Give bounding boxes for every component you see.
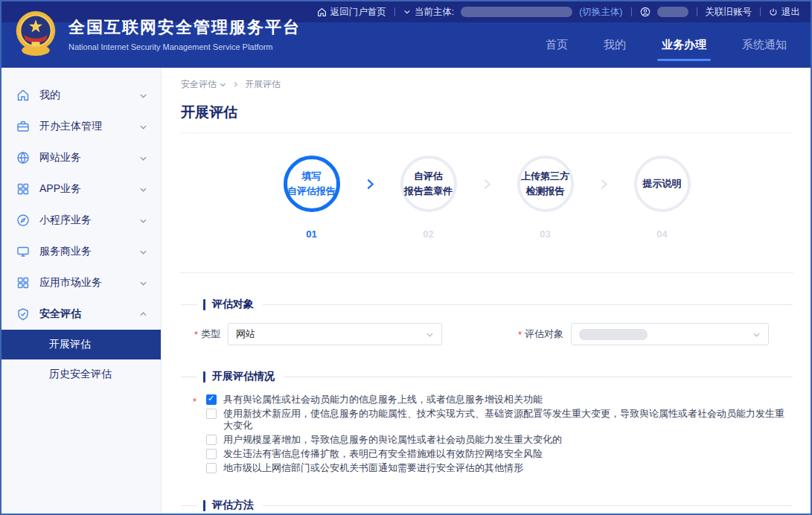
assessment-stepper: 填写 自评估报告 01 自评估 报告盖章件 02 上传第三方 <box>181 156 793 240</box>
chevron-right-icon <box>598 178 610 191</box>
step-label-line2: 自评估报告 <box>287 184 336 199</box>
checkbox-unchecked-icon[interactable] <box>206 409 217 419</box>
step-2-stamped-report: 自评估 报告盖章件 02 <box>393 156 464 240</box>
checkbox-label: 用户规模显著增加，导致信息服务的舆论属性或者社会动员能力发生重大变化的 <box>223 434 562 446</box>
type-label: 类型 <box>201 327 220 341</box>
checkbox-checked-icon[interactable] <box>206 394 217 405</box>
chevron-down-icon <box>139 92 147 100</box>
brand-titles: 全国互联网安全管理服务平台 National Internet Security… <box>68 16 301 51</box>
chevron-down-icon <box>139 123 147 131</box>
checkbox-option-5[interactable]: 地市级以上网信部门或公安机关书面通知需要进行安全评估的其他情形 <box>206 462 793 474</box>
sidebar-item-app-business[interactable]: APP业务 <box>1 173 161 205</box>
checkbox-option-4[interactable]: 发生违法有害信息传播扩散，表明已有安全措施难以有效防控网络安全风险 <box>206 448 793 460</box>
sidebar-item-provider-business[interactable]: 服务商业务 <box>1 236 161 267</box>
redacted-current-subject <box>461 7 572 17</box>
checkbox-unchecked-icon[interactable] <box>206 463 217 473</box>
section-header-method: 评估方法 <box>181 499 793 512</box>
nav-tab-notifications[interactable]: 系统通知 <box>741 31 788 60</box>
current-subject[interactable]: 当前主体: (切换主体) <box>403 6 623 19</box>
section-accent-bar <box>203 371 205 383</box>
logout-label: 退出 <box>781 6 800 19</box>
checkbox-option-2[interactable]: 使用新技术新应用，使信息服务的功能属性、技术实现方式、基础资源配置等发生重大变更… <box>206 408 793 432</box>
sidebar-subitem-history-assessment[interactable]: 历史安全评估 <box>1 359 161 389</box>
checkbox-label: 具有舆论属性或社会动员能力的信息服务上线，或者信息服务增设相关功能 <box>223 394 543 406</box>
sidebar-item-security-assessment[interactable]: 安全评估 <box>1 298 161 330</box>
step-circle: 提示说明 <box>634 156 691 212</box>
target-select[interactable] <box>571 323 769 345</box>
header: 返回门户首页 当前主体: (切换主体) 关联旧账号 退出 <box>1 1 811 68</box>
briefcase-icon <box>16 120 30 133</box>
sidebar-item-label: 网站业务 <box>39 151 139 164</box>
step-circle: 自评估 报告盖章件 <box>400 156 457 212</box>
return-portal-home-label: 返回门户首页 <box>330 6 386 19</box>
breadcrumb-level2-label: 开展评估 <box>245 78 281 91</box>
redacted-target-value <box>579 329 648 340</box>
checkbox-label: 发生违法有害信息传播扩散，表明已有安全措施难以有效防控网络安全风险 <box>223 448 543 460</box>
checkbox-option-3[interactable]: 用户规模显著增加，导致信息服务的舆论属性或者社会动员能力发生重大变化的 <box>206 434 793 446</box>
assessment-object-row: * 类型 网站 * 评估对象 <box>181 323 793 345</box>
target-pair: * 评估对象 <box>518 323 769 345</box>
link-old-account-label: 关联旧账号 <box>706 6 752 19</box>
step-1-fill-self-assessment: 填写 自评估报告 01 <box>276 156 348 240</box>
checkbox-label: 使用新技术新应用，使信息服务的功能属性、技术实现方式、基础资源配置等发生重大变更… <box>223 408 793 432</box>
sidebar-item-mine[interactable]: 我的 <box>1 80 161 111</box>
chevron-down-icon <box>426 330 434 339</box>
separator <box>631 7 632 16</box>
chevron-right-icon <box>481 178 493 191</box>
sidebar-item-label: 开办主体管理 <box>39 120 139 133</box>
chevron-down-icon <box>139 248 147 256</box>
grid-icon <box>16 182 30 196</box>
sidebar-item-miniprogram-business[interactable]: 小程序业务 <box>1 205 161 236</box>
logout-button[interactable]: 退出 <box>769 6 800 19</box>
target-label: 评估对象 <box>525 327 563 341</box>
chevron-right-icon <box>364 178 377 191</box>
checkbox-unchecked-icon[interactable] <box>206 435 217 445</box>
sidebar-item-subject-management[interactable]: 开办主体管理 <box>1 111 161 142</box>
required-mark: * <box>194 329 198 340</box>
step-label-line2: 检测报告 <box>526 184 565 199</box>
sidebar-item-label: APP业务 <box>39 182 139 196</box>
chevron-down-icon <box>220 81 226 88</box>
chevron-down-icon <box>403 8 411 16</box>
platform-title-en: National Internet Security Management Se… <box>68 42 301 51</box>
chevron-down-icon <box>139 154 147 162</box>
divider <box>181 377 197 377</box>
compass-icon <box>16 214 30 227</box>
breadcrumb: 安全评估 开展评估 <box>181 78 793 91</box>
link-old-account[interactable]: 关联旧账号 <box>706 6 752 19</box>
step-circle: 上传第三方 检测报告 <box>517 156 574 212</box>
nav-tab-mine[interactable]: 我的 <box>602 31 627 60</box>
body: 我的 开办主体管理 网站业务 APP业务 小程序业务 <box>1 68 811 514</box>
section-header-assessment-object: 评估对象 <box>181 298 793 311</box>
nav-tab-business[interactable]: 业务办理 <box>660 31 708 60</box>
switch-subject-link[interactable]: (切换主体) <box>579 6 622 19</box>
step-number: 01 <box>306 228 316 240</box>
step-3-third-party-report: 上传第三方 检测报告 03 <box>510 156 581 240</box>
sidebar-subitem-start-assessment[interactable]: 开展评估 <box>1 330 161 359</box>
required-mark: * <box>518 329 522 340</box>
chevron-down-icon <box>139 279 147 287</box>
sidebar-item-label: 应用市场业务 <box>39 276 139 290</box>
page-title: 开展评估 <box>181 103 793 133</box>
divider <box>181 304 197 305</box>
step-number: 02 <box>423 228 433 240</box>
nav-tab-home[interactable]: 首页 <box>544 31 569 60</box>
step-circle: 填写 自评估报告 <box>284 156 340 212</box>
separator <box>697 7 697 16</box>
step-number: 04 <box>656 228 667 240</box>
user-account[interactable] <box>640 7 688 17</box>
user-icon <box>640 7 650 17</box>
sidebar-item-website-business[interactable]: 网站业务 <box>1 142 161 173</box>
sidebar: 我的 开办主体管理 网站业务 APP业务 小程序业务 <box>1 68 162 514</box>
checkbox-option-1[interactable]: 具有舆论属性或社会动员能力的信息服务上线，或者信息服务增设相关功能 <box>206 394 793 406</box>
checkbox-unchecked-icon[interactable] <box>206 449 217 459</box>
step-label-line1: 自评估 <box>414 169 443 184</box>
divider <box>181 505 197 506</box>
sidebar-item-appmarket-business[interactable]: 应用市场业务 <box>1 267 161 298</box>
type-select[interactable]: 网站 <box>228 323 442 345</box>
chevron-down-icon <box>139 217 147 225</box>
current-subject-label: 当前主体: <box>415 6 454 19</box>
section-divider <box>181 272 793 273</box>
return-portal-home-link[interactable]: 返回门户首页 <box>317 6 386 19</box>
breadcrumb-level1[interactable]: 安全评估 <box>181 78 226 91</box>
